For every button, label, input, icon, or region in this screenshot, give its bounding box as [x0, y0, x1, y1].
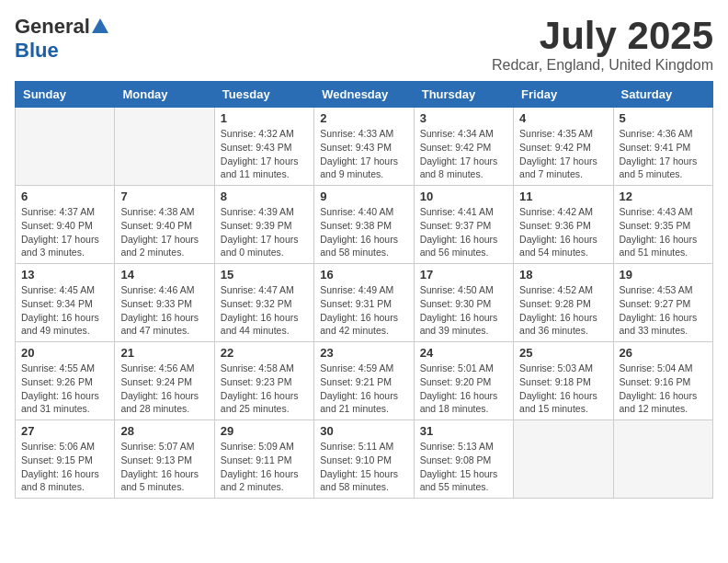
day-info: Sunrise: 5:06 AMSunset: 9:15 PMDaylight:… — [21, 440, 108, 494]
day-info: Sunrise: 4:56 AMSunset: 9:24 PMDaylight:… — [120, 362, 208, 416]
day-number: 31 — [420, 424, 507, 438]
day-info: Sunrise: 4:37 AMSunset: 9:40 PMDaylight:… — [21, 205, 108, 259]
calendar-cell: 9Sunrise: 4:40 AMSunset: 9:38 PMDaylight… — [314, 186, 414, 264]
calendar-cell: 5Sunrise: 4:36 AMSunset: 9:41 PMDaylight… — [613, 108, 712, 186]
day-info: Sunrise: 4:41 AMSunset: 9:37 PMDaylight:… — [420, 205, 507, 259]
day-number: 8 — [221, 190, 308, 203]
day-number: 1 — [221, 111, 308, 125]
day-number: 26 — [620, 346, 707, 360]
calendar-header-row: SundayMondayTuesdayWednesdayThursdayFrid… — [16, 82, 713, 108]
day-info: Sunrise: 5:09 AMSunset: 9:11 PMDaylight:… — [221, 440, 308, 494]
day-info: Sunrise: 4:32 AMSunset: 9:43 PMDaylight:… — [221, 127, 308, 181]
day-info: Sunrise: 5:11 AMSunset: 9:10 PMDaylight:… — [320, 440, 407, 494]
calendar-cell: 4Sunrise: 4:35 AMSunset: 9:42 PMDaylight… — [514, 108, 613, 186]
day-info: Sunrise: 4:50 AMSunset: 9:30 PMDaylight:… — [420, 283, 507, 338]
day-info: Sunrise: 4:42 AMSunset: 9:36 PMDaylight:… — [519, 205, 607, 259]
day-info: Sunrise: 4:46 AMSunset: 9:33 PMDaylight:… — [120, 283, 208, 338]
calendar-cell: 19Sunrise: 4:53 AMSunset: 9:27 PMDayligh… — [613, 264, 712, 342]
calendar-cell: 15Sunrise: 4:47 AMSunset: 9:32 PMDayligh… — [214, 264, 313, 342]
calendar-cell: 3Sunrise: 4:34 AMSunset: 9:42 PMDaylight… — [414, 108, 513, 186]
day-info: Sunrise: 5:01 AMSunset: 9:20 PMDaylight:… — [420, 362, 507, 416]
calendar-cell: 6Sunrise: 4:37 AMSunset: 9:40 PMDaylight… — [16, 186, 115, 264]
calendar-cell: 7Sunrise: 4:38 AMSunset: 9:40 PMDaylight… — [115, 186, 214, 264]
calendar-cell: 1Sunrise: 4:32 AMSunset: 9:43 PMDaylight… — [214, 108, 313, 186]
day-info: Sunrise: 5:03 AMSunset: 9:18 PMDaylight:… — [519, 362, 607, 416]
week-row-2: 6Sunrise: 4:37 AMSunset: 9:40 PMDaylight… — [16, 186, 713, 264]
weekday-header-friday: Friday — [514, 82, 613, 108]
day-info: Sunrise: 4:39 AMSunset: 9:39 PMDaylight:… — [221, 205, 308, 259]
day-info: Sunrise: 4:33 AMSunset: 9:43 PMDaylight:… — [320, 127, 407, 181]
calendar-cell — [514, 420, 613, 499]
day-number: 24 — [420, 346, 507, 360]
week-row-5: 27Sunrise: 5:06 AMSunset: 9:15 PMDayligh… — [16, 420, 713, 499]
day-number: 28 — [120, 424, 208, 438]
calendar-cell: 27Sunrise: 5:06 AMSunset: 9:15 PMDayligh… — [16, 420, 115, 499]
weekday-header-tuesday: Tuesday — [214, 82, 313, 108]
day-info: Sunrise: 5:04 AMSunset: 9:16 PMDaylight:… — [620, 362, 707, 416]
calendar-cell: 17Sunrise: 4:50 AMSunset: 9:30 PMDayligh… — [414, 264, 513, 342]
calendar-cell: 20Sunrise: 4:55 AMSunset: 9:26 PMDayligh… — [16, 342, 115, 420]
day-number: 6 — [21, 190, 108, 203]
day-info: Sunrise: 4:53 AMSunset: 9:27 PMDaylight:… — [620, 283, 707, 338]
week-row-3: 13Sunrise: 4:45 AMSunset: 9:34 PMDayligh… — [16, 264, 713, 342]
day-info: Sunrise: 4:59 AMSunset: 9:21 PMDaylight:… — [320, 362, 407, 416]
day-info: Sunrise: 5:07 AMSunset: 9:13 PMDaylight:… — [120, 440, 208, 494]
day-number: 4 — [519, 111, 607, 125]
day-info: Sunrise: 4:34 AMSunset: 9:42 PMDaylight:… — [420, 127, 507, 181]
weekday-header-monday: Monday — [115, 82, 214, 108]
day-number: 19 — [620, 268, 707, 282]
day-info: Sunrise: 5:13 AMSunset: 9:08 PMDaylight:… — [420, 440, 507, 494]
calendar-cell: 21Sunrise: 4:56 AMSunset: 9:24 PMDayligh… — [115, 342, 214, 420]
svg-marker-0 — [92, 18, 108, 33]
day-number: 15 — [221, 268, 308, 282]
week-row-1: 1Sunrise: 4:32 AMSunset: 9:43 PMDaylight… — [16, 108, 713, 186]
calendar-table: SundayMondayTuesdayWednesdayThursdayFrid… — [15, 81, 713, 499]
day-number: 22 — [221, 346, 308, 360]
calendar-cell: 24Sunrise: 5:01 AMSunset: 9:20 PMDayligh… — [414, 342, 513, 420]
day-number: 10 — [420, 190, 507, 203]
day-number: 17 — [420, 268, 507, 282]
day-number: 27 — [21, 424, 108, 438]
calendar-cell: 10Sunrise: 4:41 AMSunset: 9:37 PMDayligh… — [414, 186, 513, 264]
day-number: 29 — [221, 424, 308, 438]
calendar-cell: 30Sunrise: 5:11 AMSunset: 9:10 PMDayligh… — [314, 420, 414, 499]
day-number: 2 — [320, 111, 407, 125]
day-number: 9 — [320, 190, 407, 203]
calendar-cell: 2Sunrise: 4:33 AMSunset: 9:43 PMDaylight… — [314, 108, 414, 186]
calendar-cell: 29Sunrise: 5:09 AMSunset: 9:11 PMDayligh… — [214, 420, 313, 499]
calendar-cell: 8Sunrise: 4:39 AMSunset: 9:39 PMDaylight… — [214, 186, 313, 264]
day-info: Sunrise: 4:49 AMSunset: 9:31 PMDaylight:… — [320, 283, 407, 338]
month-title: July 2025 — [492, 15, 713, 57]
day-number: 20 — [21, 346, 108, 360]
calendar-cell: 11Sunrise: 4:42 AMSunset: 9:36 PMDayligh… — [514, 186, 613, 264]
day-number: 25 — [519, 346, 607, 360]
calendar-cell: 18Sunrise: 4:52 AMSunset: 9:28 PMDayligh… — [514, 264, 613, 342]
day-number: 5 — [620, 111, 707, 125]
day-info: Sunrise: 4:40 AMSunset: 9:38 PMDaylight:… — [320, 205, 407, 259]
calendar-cell — [16, 108, 115, 186]
calendar-cell: 13Sunrise: 4:45 AMSunset: 9:34 PMDayligh… — [16, 264, 115, 342]
weekday-header-thursday: Thursday — [414, 82, 513, 108]
page-header: General Blue July 2025 Redcar, England, … — [15, 15, 713, 74]
calendar-cell: 28Sunrise: 5:07 AMSunset: 9:13 PMDayligh… — [115, 420, 214, 499]
day-info: Sunrise: 4:47 AMSunset: 9:32 PMDaylight:… — [221, 283, 308, 338]
location-text: Redcar, England, United Kingdom — [492, 57, 713, 74]
day-number: 11 — [519, 190, 607, 203]
day-info: Sunrise: 4:36 AMSunset: 9:41 PMDaylight:… — [620, 127, 707, 181]
calendar-cell: 31Sunrise: 5:13 AMSunset: 9:08 PMDayligh… — [414, 420, 513, 499]
calendar-cell: 22Sunrise: 4:58 AMSunset: 9:23 PMDayligh… — [214, 342, 313, 420]
day-number: 12 — [620, 190, 707, 203]
calendar-cell: 26Sunrise: 5:04 AMSunset: 9:16 PMDayligh… — [613, 342, 712, 420]
calendar-cell: 14Sunrise: 4:46 AMSunset: 9:33 PMDayligh… — [115, 264, 214, 342]
week-row-4: 20Sunrise: 4:55 AMSunset: 9:26 PMDayligh… — [16, 342, 713, 420]
weekday-header-sunday: Sunday — [16, 82, 115, 108]
logo-icon — [92, 18, 108, 35]
logo-blue-text: Blue — [15, 39, 59, 62]
calendar-cell: 12Sunrise: 4:43 AMSunset: 9:35 PMDayligh… — [613, 186, 712, 264]
calendar-cell — [613, 420, 712, 499]
day-number: 30 — [320, 424, 407, 438]
day-number: 16 — [320, 268, 407, 282]
day-info: Sunrise: 4:45 AMSunset: 9:34 PMDaylight:… — [21, 283, 108, 338]
day-number: 7 — [120, 190, 208, 203]
calendar-cell: 23Sunrise: 4:59 AMSunset: 9:21 PMDayligh… — [314, 342, 414, 420]
